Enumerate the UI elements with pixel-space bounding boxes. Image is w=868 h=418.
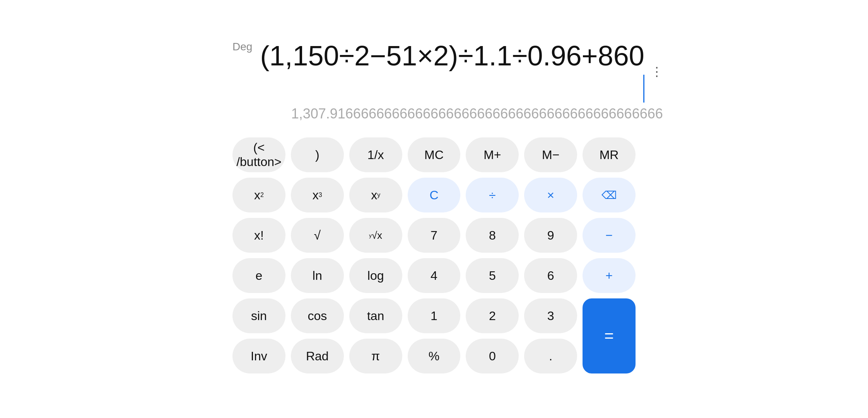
three-button[interactable]: 3 bbox=[524, 298, 577, 333]
memory-add-button[interactable]: M+ bbox=[466, 137, 519, 172]
divide-button[interactable]: ÷ bbox=[466, 178, 519, 212]
seven-button[interactable]: 7 bbox=[408, 218, 461, 253]
nth-root-button[interactable]: y√x bbox=[349, 218, 402, 253]
sin-button[interactable]: sin bbox=[232, 298, 285, 333]
sqrt-button[interactable]: √ bbox=[291, 218, 344, 253]
pi-button[interactable]: π bbox=[349, 339, 402, 373]
plus-button[interactable]: + bbox=[583, 258, 636, 293]
backspace-button[interactable]: ⌫ bbox=[583, 178, 636, 212]
angle-mode-label: Deg bbox=[232, 41, 252, 53]
five-button[interactable]: 5 bbox=[466, 258, 519, 293]
result-display: 1,307.9166666666666666666666666666666666… bbox=[260, 106, 663, 122]
memory-recall-button[interactable]: MR bbox=[583, 137, 636, 172]
four-button[interactable]: 4 bbox=[408, 258, 461, 293]
decimal-button[interactable]: . bbox=[524, 339, 577, 373]
factorial-button[interactable]: x! bbox=[232, 218, 285, 253]
inverse-button[interactable]: Inv bbox=[232, 339, 285, 373]
cursor-indicator bbox=[643, 75, 644, 103]
log-button[interactable]: log bbox=[349, 258, 402, 293]
minus-button[interactable]: − bbox=[583, 218, 636, 253]
one-button[interactable]: 1 bbox=[408, 298, 461, 333]
button-grid: (<​/button> ) 1/x MC M+ M− MR x2 x3 xy C… bbox=[232, 137, 636, 373]
radians-button[interactable]: Rad bbox=[291, 339, 344, 373]
euler-button[interactable]: e bbox=[232, 258, 285, 293]
two-button[interactable]: 2 bbox=[466, 298, 519, 333]
tan-button[interactable]: tan bbox=[349, 298, 402, 333]
display-area: Deg (1,150÷2−51×2)÷1.1÷0.96+860 ⋮ 1,307.… bbox=[232, 37, 636, 134]
menu-icon[interactable]: ⋮ bbox=[651, 64, 663, 79]
ln-button[interactable]: ln bbox=[291, 258, 344, 293]
power-button[interactable]: xy bbox=[349, 178, 402, 212]
expression-display: (1,150÷2−51×2)÷1.1÷0.96+860 bbox=[260, 41, 644, 103]
multiply-button[interactable]: × bbox=[524, 178, 577, 212]
equals-button[interactable]: = bbox=[583, 298, 636, 373]
memory-clear-button[interactable]: MC bbox=[408, 137, 461, 172]
percent-button[interactable]: % bbox=[408, 339, 461, 373]
open-paren-button[interactable]: (<​/button> bbox=[232, 137, 285, 172]
memory-subtract-button[interactable]: M− bbox=[524, 137, 577, 172]
zero-button[interactable]: 0 bbox=[466, 339, 519, 373]
expression-text: (1,150÷2−51×2)÷1.1÷0.96+860 bbox=[260, 40, 644, 71]
reciprocal-button[interactable]: 1/x bbox=[349, 137, 402, 172]
clear-button[interactable]: C bbox=[408, 178, 461, 212]
six-button[interactable]: 6 bbox=[524, 258, 577, 293]
eight-button[interactable]: 8 bbox=[466, 218, 519, 253]
square-button[interactable]: x2 bbox=[232, 178, 285, 212]
cos-button[interactable]: cos bbox=[291, 298, 344, 333]
cube-button[interactable]: x3 bbox=[291, 178, 344, 212]
close-paren-button[interactable]: ) bbox=[291, 137, 344, 172]
nine-button[interactable]: 9 bbox=[524, 218, 577, 253]
calculator: Deg (1,150÷2−51×2)÷1.1÷0.96+860 ⋮ 1,307.… bbox=[217, 29, 651, 389]
